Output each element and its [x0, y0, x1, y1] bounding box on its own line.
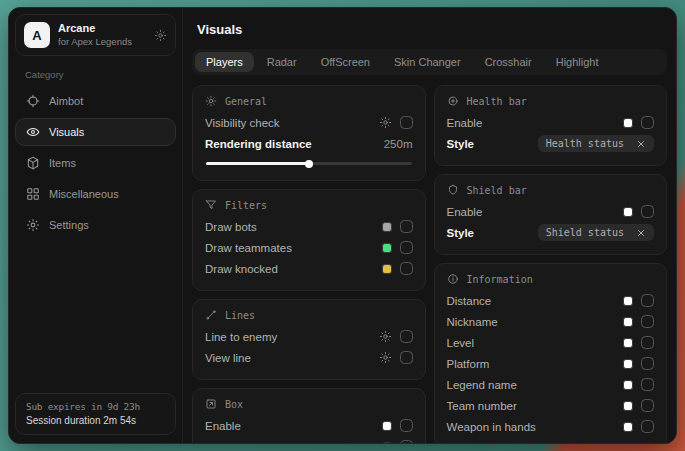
view-line-checkbox[interactable] [400, 351, 413, 364]
tab-highlight[interactable]: Highlight [545, 52, 610, 72]
sidebar-item-miscellaneous[interactable]: Miscellaneous [15, 180, 176, 208]
color-swatch[interactable] [382, 442, 392, 444]
info-icon [447, 273, 459, 285]
sub-expiry-text: Sub expires in 9d 23h [26, 401, 165, 412]
setting-label: Distance [447, 295, 492, 307]
health-icon [447, 95, 459, 107]
setting-label: Team number [447, 400, 517, 412]
left-column: General Visibility check Rendering dista… [192, 85, 426, 443]
draw-bots-checkbox[interactable] [400, 220, 413, 233]
card-shield-bar-header: Shield bar [447, 184, 655, 196]
card-title: Filters [225, 200, 267, 211]
card-box: Box Enable Enable background [192, 388, 426, 443]
tab-crosshair[interactable]: Crosshair [474, 52, 543, 72]
sidebar-item-settings[interactable]: Settings [15, 211, 176, 239]
card-filters: Filters Draw bots Draw teammates [192, 189, 426, 291]
tab-radar[interactable]: Radar [256, 52, 308, 72]
setting-row-health-enable: Enable [447, 112, 655, 133]
tab-skin-changer[interactable]: Skin Changer [383, 52, 472, 72]
platform-checkbox[interactable] [641, 357, 654, 370]
setting-row-line-to-enemy: Line to enemy [205, 326, 413, 347]
card-title: Lines [225, 310, 255, 321]
color-swatch[interactable] [623, 118, 633, 128]
sidebar-item-label: Items [49, 157, 76, 169]
shield-style-select[interactable]: Shield status [538, 224, 654, 241]
color-swatch[interactable] [623, 401, 633, 411]
color-swatch[interactable] [623, 359, 633, 369]
color-swatch[interactable] [623, 296, 633, 306]
color-swatch[interactable] [623, 338, 633, 348]
sidebar-item-label: Visuals [49, 126, 84, 138]
sidebar-item-label: Aimbot [49, 95, 83, 107]
weapon-in-hands-checkbox[interactable] [641, 420, 654, 433]
setting-row-draw-teammates: Draw teammates [205, 237, 413, 258]
setting-label: Nickname [447, 316, 498, 328]
app-name: Arcane [58, 22, 132, 36]
sidebar-nav: Aimbot Visuals Items Miscellaneous Setti… [15, 87, 176, 239]
setting-row-rendering-distance: Rendering distance 250m [205, 133, 413, 154]
level-checkbox[interactable] [641, 336, 654, 349]
page-title: Visuals [197, 22, 662, 37]
main-panel: Visuals Players Radar OffScreen Skin Cha… [183, 8, 676, 443]
setting-row-team-number: Team number [447, 395, 655, 416]
close-icon[interactable] [636, 228, 646, 238]
team-number-checkbox[interactable] [641, 399, 654, 412]
draw-knocked-checkbox[interactable] [400, 262, 413, 275]
sidebar-item-aimbot[interactable]: Aimbot [15, 87, 176, 115]
line-to-enemy-checkbox[interactable] [400, 330, 413, 343]
line-icon [205, 309, 217, 321]
tab-bar: Players Radar OffScreen Skin Changer Cro… [192, 49, 667, 75]
gear-icon[interactable] [154, 29, 167, 42]
sidebar-item-items[interactable]: Items [15, 149, 176, 177]
draw-teammates-checkbox[interactable] [400, 241, 413, 254]
color-swatch[interactable] [623, 380, 633, 390]
color-swatch[interactable] [382, 264, 392, 274]
rendering-distance-slider[interactable] [206, 162, 412, 165]
card-health-bar: Health bar Enable Style Health status [434, 85, 668, 166]
close-icon[interactable] [636, 139, 646, 149]
setting-label: Enable background [205, 441, 312, 444]
card-general-header: General [205, 95, 413, 107]
setting-row-weapon-in-hands: Weapon in hands [447, 416, 655, 437]
setting-label: Visibility check [205, 117, 280, 129]
selected-option: Health status [546, 138, 624, 149]
eye-icon [26, 125, 40, 139]
distance-checkbox[interactable] [641, 294, 654, 307]
card-information-header: Information [447, 273, 655, 285]
slider-thumb[interactable] [305, 160, 313, 168]
setting-row-legend-name: Legend name [447, 374, 655, 395]
shield-enable-checkbox[interactable] [641, 205, 654, 218]
setting-label: View line [205, 352, 251, 364]
color-swatch[interactable] [382, 421, 392, 431]
card-title: Information [467, 274, 533, 285]
tab-offscreen[interactable]: OffScreen [310, 52, 381, 72]
legend-name-checkbox[interactable] [641, 378, 654, 391]
health-enable-checkbox[interactable] [641, 116, 654, 129]
gear-icon[interactable] [379, 351, 392, 364]
card-title: General [225, 96, 267, 107]
right-column: Health bar Enable Style Health status [434, 85, 668, 443]
color-swatch[interactable] [623, 422, 633, 432]
health-style-select[interactable]: Health status [538, 135, 654, 152]
color-swatch[interactable] [623, 317, 633, 327]
setting-label: Line to enemy [205, 331, 277, 343]
color-swatch[interactable] [382, 243, 392, 253]
rendering-distance-value: 250m [384, 138, 413, 150]
setting-label: Enable [205, 420, 241, 432]
nickname-checkbox[interactable] [641, 315, 654, 328]
card-health-bar-header: Health bar [447, 95, 655, 107]
tab-players[interactable]: Players [195, 52, 254, 72]
gear-icon[interactable] [379, 330, 392, 343]
color-swatch[interactable] [382, 222, 392, 232]
gear-icon[interactable] [379, 116, 392, 129]
setting-label: Rendering distance [205, 138, 312, 150]
setting-label: Draw bots [205, 221, 257, 233]
funnel-icon [205, 199, 217, 211]
visibility-check-checkbox[interactable] [400, 116, 413, 129]
setting-row-platform: Platform [447, 353, 655, 374]
card-lines: Lines Line to enemy View line [192, 299, 426, 380]
sidebar-item-visuals[interactable]: Visuals [15, 118, 176, 146]
color-swatch[interactable] [623, 207, 633, 217]
box-enable-background-checkbox[interactable] [400, 440, 413, 443]
box-enable-checkbox[interactable] [400, 419, 413, 432]
